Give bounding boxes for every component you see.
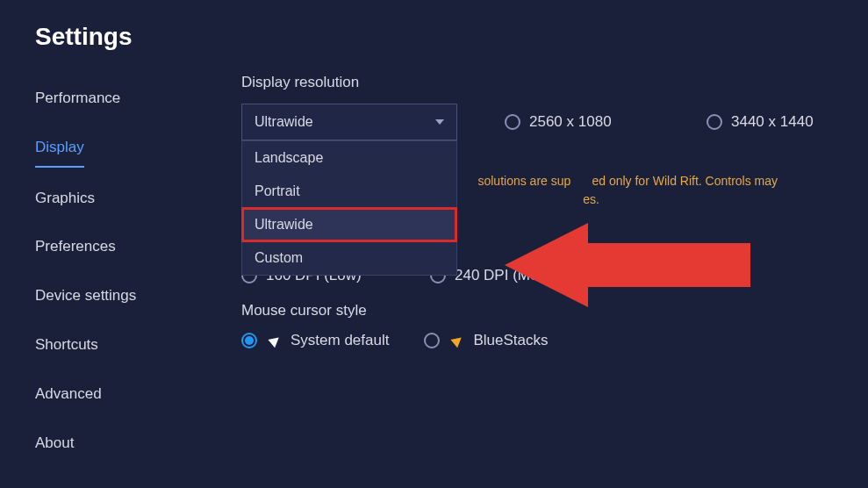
cursor-option-bluestacks[interactable]: BlueStacks: [424, 332, 548, 349]
cursor-label: Mouse cursor style: [241, 302, 842, 319]
sidebar-item-about[interactable]: About: [35, 425, 74, 462]
sidebar-item-advanced[interactable]: Advanced: [35, 376, 102, 413]
radio-icon: [241, 333, 257, 348]
resolution-option-3440[interactable]: 3440 x 1440: [707, 113, 814, 131]
dropdown-option-ultrawide[interactable]: Ultrawide: [242, 208, 456, 241]
resolution-option-label: 2560 x 1080: [529, 113, 612, 131]
sidebar-item-device-settings[interactable]: Device settings: [35, 277, 136, 314]
cursor-option-system[interactable]: System default: [241, 332, 389, 349]
resolution-option-label: 3440 x 1440: [731, 113, 814, 131]
sidebar: Performance Display Graphics Preferences…: [0, 74, 241, 467]
dpi-option-label: 240 DPI (Medium): [455, 267, 576, 284]
resolution-label: Display resolution: [241, 74, 842, 91]
radio-icon: [424, 333, 440, 348]
resolution-dropdown[interactable]: Ultrawide: [241, 104, 457, 140]
radio-icon: [505, 114, 520, 130]
sidebar-item-graphics[interactable]: Graphics: [35, 180, 95, 217]
dpi-option-320[interactable]: 320 DPI (High): [619, 267, 742, 284]
chevron-down-icon: [435, 119, 444, 125]
dropdown-selected-value: Ultrawide: [255, 114, 313, 130]
dropdown-option-custom[interactable]: Custom: [242, 241, 456, 275]
radio-icon: [707, 114, 722, 130]
cursor-orange-icon: [451, 334, 465, 348]
dropdown-option-portrait[interactable]: Portrait: [242, 175, 456, 208]
cursor-option-label: BlueStacks: [473, 332, 548, 349]
sidebar-item-preferences[interactable]: Preferences: [35, 228, 116, 265]
dpi-option-240[interactable]: 240 DPI (Medium): [430, 267, 619, 284]
sidebar-item-display[interactable]: Display: [35, 129, 84, 168]
page-title: Settings: [0, 0, 868, 51]
content: Display resolution Ultrawide Landscape P…: [241, 74, 868, 467]
cursor-option-label: System default: [291, 332, 389, 349]
resolution-option-2560[interactable]: 2560 x 1080: [505, 113, 680, 131]
sidebar-item-shortcuts[interactable]: Shortcuts: [35, 327, 98, 363]
radio-icon: [619, 268, 635, 283]
sidebar-item-performance[interactable]: Performance: [35, 80, 120, 117]
resolution-dropdown-menu: Landscape Portrait Ultrawide Custom: [241, 140, 457, 276]
ultrawide-warning: 80 solutions are supported only for Wild…: [461, 172, 842, 209]
dropdown-option-landscape[interactable]: Landscape: [242, 141, 456, 175]
cursor-white-icon: [268, 334, 282, 348]
dpi-option-label: 320 DPI (High): [643, 267, 742, 284]
